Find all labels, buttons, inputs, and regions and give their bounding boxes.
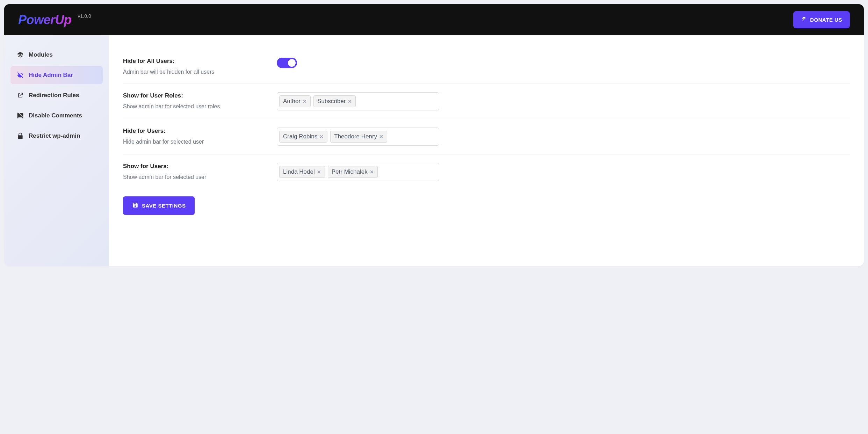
setting-hide-users: Hide for Users: Hide admin bar for selec… — [123, 119, 850, 154]
hide-users-input[interactable]: Craig Robins ✕ Theodore Henry ✕ — [277, 128, 439, 146]
tag: Petr Michalek ✕ — [328, 166, 378, 178]
sidebar-item-redirection-rules[interactable]: Redirection Rules — [10, 86, 103, 104]
sidebar-item-label: Hide Admin Bar — [29, 72, 73, 79]
paypal-icon — [801, 16, 806, 23]
remove-tag-icon[interactable]: ✕ — [303, 99, 307, 104]
save-button-label: SAVE SETTINGS — [142, 203, 186, 209]
body: Modules Hide Admin Bar Redirection Rules… — [4, 35, 864, 266]
tag: Theodore Henry ✕ — [330, 131, 387, 143]
sidebar-item-label: Modules — [29, 51, 53, 58]
setting-title: Show for Users: — [123, 163, 263, 170]
remove-tag-icon[interactable]: ✕ — [319, 134, 324, 139]
donate-button[interactable]: DONATE US — [793, 11, 850, 28]
show-users-input[interactable]: Linda Hodel ✕ Petr Michalek ✕ — [277, 163, 439, 181]
setting-title: Hide for Users: — [123, 128, 263, 135]
remove-tag-icon[interactable]: ✕ — [317, 169, 321, 175]
show-roles-input[interactable]: Author ✕ Subscriber ✕ — [277, 92, 439, 110]
setting-desc: Show admin bar for selected user roles — [123, 103, 263, 110]
tag-label: Linda Hodel — [283, 168, 315, 175]
setting-title: Show for User Roles: — [123, 92, 263, 99]
remove-tag-icon[interactable]: ✕ — [370, 169, 374, 175]
main-content: Hide for All Users: Admin bar will be hi… — [109, 35, 864, 266]
setting-show-roles: Show for User Roles: Show admin bar for … — [123, 84, 850, 119]
remove-tag-icon[interactable]: ✕ — [379, 134, 383, 139]
hide-all-toggle[interactable] — [277, 58, 297, 68]
comment-off-icon — [17, 112, 24, 119]
save-settings-button[interactable]: SAVE SETTINGS — [123, 196, 195, 215]
sidebar: Modules Hide Admin Bar Redirection Rules… — [4, 35, 109, 266]
setting-desc: Hide admin bar for selected user — [123, 139, 263, 145]
setting-desc: Show admin bar for selected user — [123, 174, 263, 180]
external-link-icon — [17, 92, 24, 99]
tag-label: Author — [283, 98, 301, 105]
tag-label: Theodore Henry — [334, 133, 377, 140]
logo: PowerUp — [18, 13, 72, 27]
tag: Linda Hodel ✕ — [279, 166, 325, 178]
save-icon — [132, 202, 138, 209]
eye-off-icon — [17, 72, 24, 79]
setting-desc: Admin bar will be hidden for all users — [123, 69, 263, 75]
header: PowerUp v1.0.0 DONATE US — [4, 4, 864, 35]
setting-title: Hide for All Users: — [123, 58, 263, 65]
setting-show-users: Show for Users: Show admin bar for selec… — [123, 154, 850, 189]
sidebar-item-hide-admin-bar[interactable]: Hide Admin Bar — [10, 66, 103, 84]
remove-tag-icon[interactable]: ✕ — [348, 99, 352, 104]
version-label: v1.0.0 — [78, 13, 91, 19]
sidebar-item-label: Redirection Rules — [29, 92, 79, 99]
sidebar-item-label: Restrict wp-admin — [29, 132, 80, 139]
tag: Craig Robins ✕ — [279, 131, 327, 143]
setting-hide-all-users: Hide for All Users: Admin bar will be hi… — [123, 49, 850, 84]
tag-label: Craig Robins — [283, 133, 317, 140]
lock-icon — [17, 132, 24, 139]
sidebar-item-modules[interactable]: Modules — [10, 46, 103, 64]
sidebar-item-label: Disable Comments — [29, 112, 82, 119]
tag-label: Subscriber — [317, 98, 346, 105]
sidebar-item-disable-comments[interactable]: Disable Comments — [10, 107, 103, 125]
tag: Author ✕ — [279, 95, 311, 107]
tag: Subscriber ✕ — [313, 95, 356, 107]
donate-button-label: DONATE US — [810, 17, 842, 23]
layers-icon — [17, 51, 24, 58]
sidebar-item-restrict-wp-admin[interactable]: Restrict wp-admin — [10, 127, 103, 145]
app-container: PowerUp v1.0.0 DONATE US Modules Hide Ad… — [4, 4, 864, 266]
tag-label: Petr Michalek — [332, 168, 368, 175]
